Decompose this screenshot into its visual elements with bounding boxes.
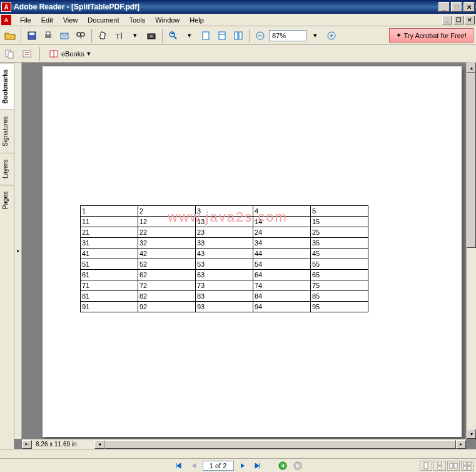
table-row: 4142434445 <box>81 249 368 259</box>
panel-splitter[interactable]: ▸ <box>14 63 22 439</box>
panel-collapse-button[interactable]: ⇤ <box>22 440 32 449</box>
table-cell: 54 <box>253 259 311 270</box>
table-cell: 13 <box>196 217 253 227</box>
pdf-table: 1234511121314152122232425313233343541424… <box>80 205 368 312</box>
table-cell: 42 <box>138 249 196 259</box>
prev-page-button[interactable] <box>188 460 200 471</box>
hand-tool-button[interactable] <box>95 28 110 43</box>
table-cell: 61 <box>81 270 138 280</box>
review-button[interactable] <box>20 46 35 61</box>
menu-help[interactable]: Help <box>185 15 209 25</box>
menu-file[interactable]: File <box>15 15 36 25</box>
zoom-in-button[interactable]: + <box>166 28 181 43</box>
tab-pages[interactable]: Pages <box>0 185 14 215</box>
table-row: 5152535455 <box>81 259 368 270</box>
scroll-thumb-h[interactable] <box>104 440 456 449</box>
table-cell: 11 <box>81 217 138 227</box>
print-button[interactable] <box>41 28 56 43</box>
zoom-field-dropdown[interactable]: ▾ <box>308 28 323 43</box>
svg-rect-40 <box>468 466 471 469</box>
doc-minimize-button[interactable]: _ <box>442 16 452 24</box>
table-cell: 51 <box>81 259 138 270</box>
main-toolbar: T ▾ + ▾ ▾ ✦ Try Acrobat for Free! <box>0 26 476 45</box>
page-number-field[interactable] <box>203 461 234 471</box>
table-cell: 21 <box>81 227 138 238</box>
svg-rect-35 <box>450 463 453 468</box>
menu-view[interactable]: View <box>58 15 83 25</box>
table-cell: 33 <box>196 238 253 249</box>
page-layout-button[interactable] <box>231 28 246 43</box>
table-row: 3132333435 <box>81 238 368 249</box>
zoom-out-button[interactable] <box>253 28 268 43</box>
tab-bookmarks[interactable]: Bookmarks <box>0 63 14 110</box>
svg-rect-39 <box>463 466 467 469</box>
tab-layers[interactable]: Layers <box>0 153 14 185</box>
table-row: 6162636465 <box>81 270 368 280</box>
search-button[interactable] <box>73 28 88 43</box>
snapshot-button[interactable] <box>144 28 159 43</box>
back-button[interactable] <box>276 460 289 471</box>
text-select-button[interactable]: T <box>111 28 126 43</box>
table-cell: 91 <box>81 302 138 312</box>
table-cell: 23 <box>196 227 253 238</box>
doc-restore-button[interactable]: ❐ <box>453 16 463 24</box>
zoom-field[interactable] <box>269 30 306 41</box>
last-page-button[interactable] <box>251 460 264 471</box>
scroll-down-arrow[interactable]: ▾ <box>467 429 476 439</box>
scroll-thumb-v[interactable] <box>467 73 476 248</box>
table-cell: 53 <box>196 259 253 270</box>
create-pdf-button[interactable] <box>3 46 18 61</box>
minimize-button[interactable]: _ <box>438 2 450 12</box>
first-page-button[interactable] <box>173 460 185 471</box>
svg-rect-1 <box>29 33 34 35</box>
menu-window[interactable]: Window <box>150 15 185 25</box>
scroll-up-arrow[interactable]: ▴ <box>467 63 476 73</box>
table-cell: 85 <box>311 291 368 302</box>
close-button[interactable]: ✕ <box>463 2 475 12</box>
facing-view-button[interactable] <box>447 461 460 471</box>
table-cell: 92 <box>138 302 196 312</box>
svg-rect-36 <box>454 463 457 468</box>
save-button[interactable] <box>24 28 39 43</box>
separator <box>21 29 21 43</box>
forward-button[interactable] <box>291 460 304 471</box>
scroll-left-arrow[interactable]: ◂ <box>94 440 104 449</box>
zoom-dropdown[interactable]: ▾ <box>182 28 197 43</box>
fit-width-button[interactable] <box>215 28 230 43</box>
table-row: 9192939495 <box>81 302 368 312</box>
menu-tools[interactable]: Tools <box>124 15 151 25</box>
table-cell: 5 <box>311 206 368 217</box>
page-size-label: 8.26 x 11.69 in <box>32 441 94 448</box>
app-icon: A <box>1 2 11 12</box>
chevron-down-icon: ▾ <box>87 49 91 58</box>
ebooks-button[interactable]: eBooks ▾ <box>44 48 95 60</box>
table-row: 7172737475 <box>81 280 368 291</box>
open-button[interactable] <box>3 28 18 43</box>
try-acrobat-button[interactable]: ✦ Try Acrobat for Free! <box>389 28 473 43</box>
continuous-facing-view-button[interactable] <box>461 461 473 471</box>
email-button[interactable] <box>57 28 72 43</box>
zoom-in-button-2[interactable] <box>324 28 339 43</box>
doc-close-button[interactable]: ✕ <box>465 16 475 24</box>
fit-page-button[interactable] <box>198 28 213 43</box>
maximize-button[interactable]: □ <box>451 2 462 12</box>
menu-document[interactable]: Document <box>83 15 124 25</box>
select-dropdown[interactable]: ▾ <box>128 28 143 43</box>
table-cell: 2 <box>138 206 196 217</box>
table-cell: 84 <box>253 291 311 302</box>
separator <box>91 29 92 43</box>
single-page-view-button[interactable] <box>420 461 432 471</box>
svg-point-6 <box>81 33 84 36</box>
tab-signatures[interactable]: Signatures <box>0 110 14 153</box>
table-cell: 52 <box>138 259 196 270</box>
scroll-right-arrow[interactable]: ▸ <box>456 440 466 449</box>
continuous-view-button[interactable] <box>433 461 446 471</box>
table-cell: 22 <box>138 227 196 238</box>
doc-icon: A <box>1 15 11 25</box>
status-gap <box>0 449 476 458</box>
next-page-button[interactable] <box>236 460 249 471</box>
svg-rect-18 <box>235 32 238 39</box>
menu-edit[interactable]: Edit <box>36 15 58 25</box>
vertical-scrollbar[interactable]: ▴ ▾ <box>466 63 476 439</box>
document-viewport: ▸ www.java2s.com 12345111213141521222324… <box>14 63 476 449</box>
